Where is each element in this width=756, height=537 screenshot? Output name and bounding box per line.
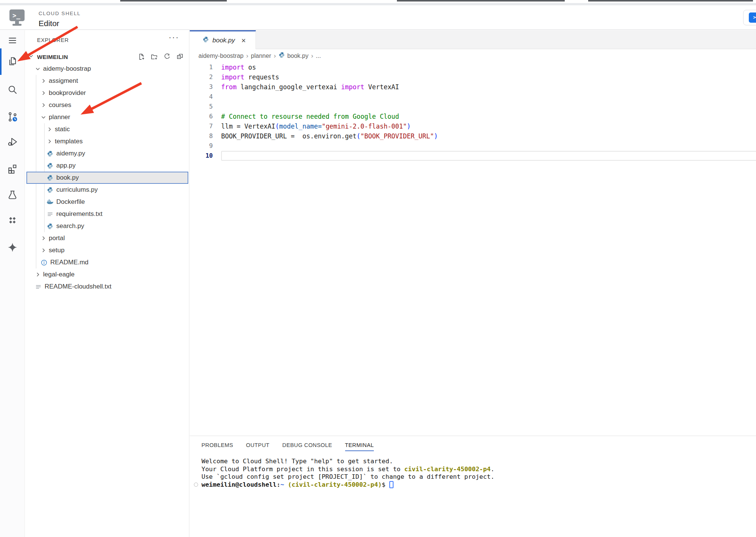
tree-item-curriculums.py[interactable]: curriculums.py xyxy=(26,184,188,196)
tree-item-label: curriculums.py xyxy=(56,186,98,194)
panel-tab-terminal[interactable]: TERMINAL xyxy=(345,442,374,451)
panel-tab-debug-console[interactable]: DEBUG CONSOLE xyxy=(282,442,332,451)
activity-explorer-icon[interactable] xyxy=(6,56,19,68)
tree-item-label: planner xyxy=(49,113,70,121)
tree-item-templates[interactable]: templates xyxy=(26,135,188,147)
tree-item-courses[interactable]: courses xyxy=(26,99,188,111)
tree-item-label: app.py xyxy=(56,162,76,169)
refresh-icon[interactable] xyxy=(163,53,171,61)
tree-item-readme-cloudshell.txt[interactable]: README-cloudshell.txt xyxy=(26,281,188,293)
line-number: 2 xyxy=(190,72,213,82)
explorer-sidebar: EXPLORER ··· WEIMEILIN aidemy-boostrapas… xyxy=(25,30,189,537)
browser-tab-edge xyxy=(397,0,565,2)
code-line: 2import requests xyxy=(190,72,756,82)
breadcrumb-item[interactable]: aidemy-boostrap xyxy=(198,53,243,59)
chevron-right-icon xyxy=(40,247,46,253)
tree-item-assigment[interactable]: assigment xyxy=(26,75,188,87)
chevron-down-icon xyxy=(35,66,41,72)
chevron-right-icon xyxy=(40,90,46,96)
close-tab-icon[interactable]: × xyxy=(242,37,246,44)
text-file-icon xyxy=(35,284,42,290)
activity-cloud-code-icon[interactable] xyxy=(6,215,19,227)
activity-search-icon[interactable] xyxy=(6,84,19,96)
tree-item-legal-eagle[interactable]: legal-eagle xyxy=(26,268,188,281)
tree-item-aidemy.py[interactable]: aidemy.py xyxy=(26,147,188,160)
tree-item-readme.md[interactable]: README.md xyxy=(26,256,188,268)
panel-tab-problems[interactable]: PROBLEMS xyxy=(201,442,233,451)
tree-item-label: static xyxy=(55,126,70,133)
python-file-icon xyxy=(203,36,209,44)
code-text: llm = VertexAI(model_name="gemini-2.0-fl… xyxy=(221,121,411,131)
activity-run-debug-icon[interactable] xyxy=(6,136,19,148)
tree-item-label: bookprovider xyxy=(49,89,86,97)
tree-item-search.py[interactable]: search.py xyxy=(26,220,188,232)
tree-item-dockerfile[interactable]: Dockerfile xyxy=(26,196,188,208)
code-line: 1import os xyxy=(190,62,756,72)
breadcrumb-item[interactable]: planner xyxy=(251,53,271,59)
tab-label: book.py xyxy=(212,37,235,44)
code-line: 9 xyxy=(190,141,756,151)
line-number: 6 xyxy=(190,112,213,121)
tree-item-book.py[interactable]: book.py xyxy=(26,172,188,184)
tree-item-label: templates xyxy=(55,138,83,145)
code-text: import requests xyxy=(221,72,279,82)
tab-book-py[interactable]: book.py × xyxy=(190,30,256,49)
breadcrumb-item[interactable]: ... xyxy=(316,53,321,59)
explorer-more-actions-button[interactable]: ··· xyxy=(169,33,179,42)
editor-tab-bar: book.py × xyxy=(190,30,756,49)
terminal-icon: >_ xyxy=(749,12,756,23)
tree-item-bookprovider[interactable]: bookprovider xyxy=(26,87,188,99)
workbench: EXPLORER ··· WEIMEILIN aidemy-boostrapas… xyxy=(0,30,756,537)
chevron-down-icon xyxy=(40,114,46,120)
tree-item-label: README.md xyxy=(50,259,88,266)
line-number: 5 xyxy=(190,102,213,112)
editor-area: book.py × aidemy-boostrap›planner›book.p… xyxy=(190,30,756,537)
python-file-icon xyxy=(46,151,53,157)
workspace-row[interactable]: WEIMEILIN xyxy=(25,51,189,63)
current-line-highlight xyxy=(221,151,756,161)
cloud-shell-logo-icon: >_ xyxy=(9,8,26,28)
activity-extensions-icon[interactable] xyxy=(6,163,19,175)
tree-item-setup[interactable]: setup xyxy=(26,244,188,256)
breadcrumb-item[interactable]: book.py xyxy=(279,52,308,60)
code-editor[interactable]: 1import os2import requests3from langchai… xyxy=(190,62,756,161)
tree-item-label: book.py xyxy=(56,174,79,182)
activity-test-lab-icon[interactable] xyxy=(6,189,19,201)
explorer-actions xyxy=(138,53,184,61)
activity-gemini-icon[interactable] xyxy=(6,242,19,254)
tree-item-label: assigment xyxy=(49,77,78,85)
panel-tab-bar: PROBLEMSOUTPUTDEBUG CONSOLETERMINAL xyxy=(201,442,374,451)
breadcrumb-separator: › xyxy=(274,52,276,60)
tree-item-app.py[interactable]: app.py xyxy=(26,160,188,172)
code-text: from langchain_google_vertexai import Ve… xyxy=(221,82,399,92)
activity-source-control-icon[interactable] xyxy=(6,111,19,123)
docker-file-icon xyxy=(46,199,53,205)
terminal-output[interactable]: Welcome to Cloud Shell! Type "help" to g… xyxy=(201,458,494,489)
activity-bar xyxy=(0,30,25,537)
terminal-line: Welcome to Cloud Shell! Type "help" to g… xyxy=(201,458,494,466)
tree-item-planner[interactable]: planner xyxy=(26,111,188,123)
terminal-line: Use `gcloud config set project [PROJECT_… xyxy=(201,473,494,481)
line-number: 9 xyxy=(190,141,213,151)
tree-item-label: Dockerfile xyxy=(56,198,85,206)
line-number: 1 xyxy=(190,62,213,72)
new-folder-icon[interactable] xyxy=(150,53,158,61)
file-tree: aidemy-boostrapassigmentbookprovidercour… xyxy=(25,63,189,293)
activity-menu-icon[interactable] xyxy=(6,35,19,47)
tree-item-portal[interactable]: portal xyxy=(26,232,188,244)
python-file-icon xyxy=(46,223,53,230)
tree-item-requirements.txt[interactable]: requirements.txt xyxy=(26,208,188,220)
line-number: 4 xyxy=(190,92,213,102)
open-terminal-button[interactable]: >_ xyxy=(743,10,756,25)
code-text: # Connect to resourse needed from Google… xyxy=(221,112,399,121)
tree-item-aidemy-boostrap[interactable]: aidemy-boostrap xyxy=(26,63,188,75)
python-file-icon xyxy=(46,175,53,181)
browser-tab-edge xyxy=(588,0,753,2)
workspace-name: WEIMEILIN xyxy=(37,54,138,60)
new-file-icon[interactable] xyxy=(138,53,145,61)
panel-tab-output[interactable]: OUTPUT xyxy=(246,442,270,451)
active-view-indicator xyxy=(0,48,2,75)
python-file-icon xyxy=(46,187,53,193)
collapse-all-icon[interactable] xyxy=(176,53,184,61)
tree-item-static[interactable]: static xyxy=(26,123,188,135)
